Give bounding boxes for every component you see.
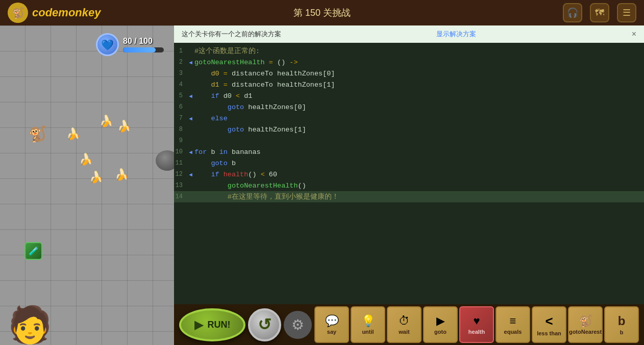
top-icons: 🎧 🗺 ☰ [563, 3, 636, 22]
show-solution-link[interactable]: 显示解决方案 [436, 30, 476, 39]
banana-4: 🍌 [79, 153, 93, 166]
code-line-9: 9 [174, 135, 644, 146]
block-health[interactable]: ♥ health [459, 306, 494, 343]
equals-label: equals [504, 329, 522, 335]
lessthan-icon: < [545, 313, 553, 329]
map-icon[interactable]: 🗺 [590, 3, 609, 22]
main: 💙 80 / 100 🍌 🍌 🍌 🍌 🍌 🍌 🍌 🍌 🍌 🍌 🍌 [0, 25, 644, 345]
block-goto[interactable]: ▶ goto [423, 306, 458, 343]
banana-5: 🍌 [89, 171, 103, 184]
code-line-12: 12 ◀ if health() < 60 [174, 169, 644, 180]
block-b[interactable]: b b [604, 306, 639, 343]
banner-close-button[interactable]: × [632, 30, 636, 39]
health-text: 80 / 100 [123, 37, 164, 46]
banana-1: 🍌 [100, 115, 113, 128]
reset-icon: ↺ [258, 315, 271, 334]
rock [156, 150, 174, 171]
code-line-13: 13 gotoNearestHealth() [174, 180, 644, 191]
player-character: 🧑 [8, 307, 52, 342]
code-line-8: 8 goto healthZones[1] [174, 124, 644, 135]
stone-floor: 💙 80 / 100 🍌 🍌 🍌 🍌 🍌 🍌 🍌 🍌 🍌 🍌 🍌 [0, 25, 174, 345]
banana-2: 🍌 [117, 120, 131, 133]
game-panel: 💙 80 / 100 🍌 🍌 🍌 🍌 🍌 🍌 🍌 🍌 🍌 🍌 🍌 [0, 25, 174, 345]
health-icon: 💙 [96, 33, 119, 56]
reset-button[interactable]: ↺ [248, 308, 281, 341]
block-say[interactable]: 💬 say [314, 306, 349, 343]
settings-icon: ⚙ [291, 316, 304, 333]
equals-icon: ≡ [510, 314, 516, 328]
level-title: 第 150 关挑战 [293, 7, 351, 19]
health-potion-1: 🧪 [24, 242, 42, 260]
run-label: RUN! [208, 320, 231, 330]
run-button[interactable]: ▶ RUN! [179, 308, 245, 341]
say-label: say [327, 329, 336, 335]
code-line-1: 1 #这个函数是正常的: [174, 45, 644, 57]
code-line-6: 6 goto healthZones[0] [174, 101, 644, 113]
lessthan-label: less than [537, 330, 561, 336]
code-area: 这个关卡你有一个之前的解决方案 显示解决方案 × 1 #这个函数是正常的: 2 … [174, 25, 644, 304]
logo-icon: 🐒 [8, 3, 28, 23]
code-line-5: 5 ◀ if d0 < d1 [174, 90, 644, 101]
code-line-4: 4 d1 = distanceTo healthZones[1] [174, 79, 644, 90]
code-editor[interactable]: 1 #这个函数是正常的: 2 ◀ gotoNearestHealth = () … [174, 43, 644, 304]
health-info: 80 / 100 [123, 37, 164, 52]
controls-bar: ▶ RUN! ↺ ⚙ 💬 say 💡 until [174, 304, 644, 345]
wait-icon: ⏱ [399, 314, 410, 328]
code-line-2: 2 ◀ gotoNearestHealth = () -> [174, 57, 644, 68]
say-icon: 💬 [325, 314, 339, 328]
headphones-icon[interactable]: 🎧 [563, 3, 582, 22]
b-label: b [620, 329, 624, 335]
health-area: 💙 80 / 100 [96, 33, 164, 56]
health-bar-fill [123, 47, 156, 52]
block-palette: 💬 say 💡 until ⏱ wait ▶ goto ♥ he [314, 306, 639, 344]
banner-text: 这个关卡你有一个之前的解决方案 [182, 30, 281, 39]
gonearest-icon: 🐒 [579, 314, 592, 328]
logo-area: 🐒 CODEmonkey [8, 3, 101, 23]
banana-3: 🍌 [66, 127, 80, 141]
code-line-3: 3 d0 = distanceTo healthZones[0] [174, 68, 644, 79]
gonearest-label: gotoNearest [569, 329, 602, 335]
block-gonearest[interactable]: 🐒 gotoNearest [568, 306, 603, 343]
block-equals[interactable]: ≡ equals [496, 306, 530, 343]
code-line-7: 7 ◀ else [174, 113, 644, 124]
wait-label: wait [399, 329, 409, 335]
goto-label: goto [434, 329, 447, 335]
menu-icon[interactable]: ☰ [617, 3, 636, 22]
health-block-label: health [468, 329, 485, 335]
banana-9: 🍌 [115, 168, 129, 181]
settings-button[interactable]: ⚙ [284, 311, 312, 339]
until-icon: 💡 [361, 314, 375, 328]
monkey-npc: 🐒 [28, 125, 47, 143]
logo-text: CODEmonkey [32, 6, 101, 19]
prev-solution-banner: 这个关卡你有一个之前的解决方案 显示解决方案 × [174, 25, 644, 43]
code-line-11: 11 goto b [174, 157, 644, 169]
block-lessthan[interactable]: < less than [532, 306, 566, 343]
block-wait[interactable]: ⏱ wait [387, 306, 422, 343]
until-label: until [362, 329, 374, 335]
topbar: 🐒 CODEmonkey 第 150 关挑战 🎧 🗺 ☰ [0, 0, 644, 25]
right-panel: 这个关卡你有一个之前的解决方案 显示解决方案 × 1 #这个函数是正常的: 2 … [174, 25, 644, 345]
health-block-icon: ♥ [473, 314, 480, 328]
play-icon: ▶ [194, 317, 204, 332]
block-until[interactable]: 💡 until [351, 306, 385, 343]
code-line-10: 10 ◀ for b in bananas [174, 146, 644, 157]
b-icon: b [618, 314, 626, 328]
code-line-14[interactable]: 14 #在这里等待，直到小猴是健康的！ [174, 191, 644, 202]
goto-icon: ▶ [436, 314, 445, 328]
health-bar-bg [123, 47, 164, 52]
